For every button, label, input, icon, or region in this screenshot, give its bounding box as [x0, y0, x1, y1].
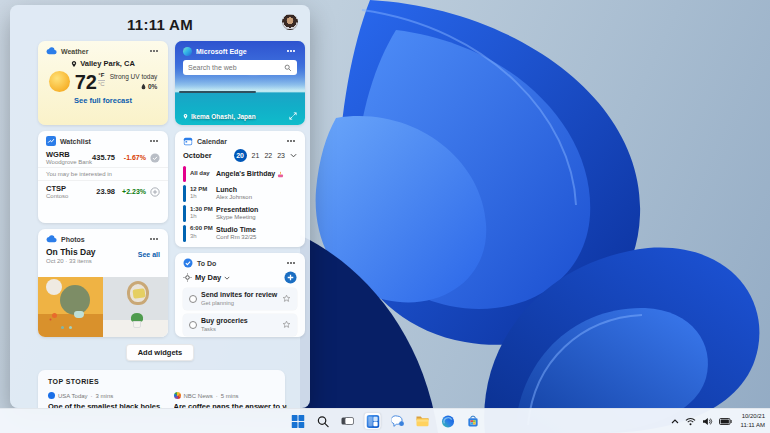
news-age: 3 mins [96, 393, 114, 399]
edge-title: Microsoft Edge [196, 48, 281, 55]
volume-icon[interactable] [702, 417, 713, 426]
event-duration: 1h [190, 193, 216, 201]
watchlist-more-options-icon[interactable] [148, 138, 160, 144]
calendar-event[interactable]: 6:00 PM3h Studio TimeConf Rm 32/25 [183, 225, 297, 242]
weather-more-options-icon[interactable] [148, 48, 160, 54]
edge-widget[interactable]: Microsoft Edge Ikema Ohashi, Japan [175, 41, 305, 125]
added-indicator-icon[interactable] [150, 153, 160, 163]
edge-search-box[interactable] [183, 60, 297, 75]
task-view-button[interactable] [340, 413, 356, 429]
add-widgets-button[interactable]: Add widgets [126, 344, 195, 361]
start-button[interactable] [290, 413, 306, 429]
task-title: Buy groceries [201, 317, 278, 326]
calendar-widget[interactable]: Calendar October 20 21 22 23 [175, 131, 305, 247]
todo-title: To Do [197, 260, 281, 267]
edge-logo-icon [183, 47, 192, 56]
add-task-button[interactable] [284, 271, 297, 284]
expand-icon[interactable] [289, 112, 297, 120]
stock-symbol: CTSP [46, 184, 96, 193]
photos-more-options-icon[interactable] [148, 236, 160, 242]
news-item[interactable]: NBC News · 5 mins Are coffee naps the an… [174, 392, 288, 408]
droplet-icon [141, 83, 146, 90]
stock-row[interactable]: CTSP Contoso 23.98 +2.23% [38, 181, 168, 201]
photos-heading: On This Day [46, 247, 138, 257]
stock-price: 23.98 [96, 187, 115, 196]
todo-task[interactable]: Buy groceries Tasks [183, 314, 297, 336]
start-icon [291, 415, 304, 428]
widgets-button[interactable] [365, 413, 381, 429]
news-item[interactable]: USA Today · 3 mins One of the smallest b… [48, 392, 162, 408]
tray-chevron-up-icon[interactable] [671, 419, 679, 424]
todo-widget[interactable]: To Do My Day Send invites for review [175, 253, 305, 337]
see-all-link[interactable]: See all [138, 251, 160, 258]
wifi-icon[interactable] [685, 417, 696, 426]
photo-thumbnail[interactable] [103, 277, 168, 337]
todo-more-options-icon[interactable] [285, 260, 297, 266]
watchlist-title: Watchlist [60, 138, 144, 145]
file-explorer-icon [416, 415, 430, 427]
weather-title: Weather [61, 48, 144, 55]
battery-icon[interactable] [719, 418, 732, 425]
todo-check-icon [183, 258, 193, 268]
search-input[interactable] [188, 64, 284, 71]
microsoft-store-button[interactable] [465, 413, 481, 429]
see-full-forecast-link[interactable]: See full forecast [38, 96, 168, 105]
chevron-down-icon[interactable] [290, 153, 297, 158]
calendar-day[interactable]: 23 [277, 152, 285, 159]
event-subtitle: Alex Johnson [216, 194, 297, 202]
task-checkbox[interactable] [189, 295, 197, 303]
unit-celsius[interactable]: °C [98, 81, 105, 88]
file-explorer-button[interactable] [415, 413, 431, 429]
star-icon[interactable] [282, 320, 291, 329]
chevron-down-icon[interactable] [224, 276, 230, 280]
star-icon[interactable] [282, 294, 291, 303]
taskbar-clock[interactable]: 10/20/21 11:11 AM [738, 412, 765, 429]
event-title: Presentation [216, 205, 258, 214]
sunny-icon [49, 71, 70, 92]
event-subtitle: Skype Meeting [216, 214, 297, 222]
event-time: 12 PM [190, 186, 216, 194]
panel-header: 11:11 AM [10, 5, 310, 41]
calendar-more-options-icon[interactable] [285, 138, 297, 144]
calendar-event[interactable]: 12 PM1h LunchAlex Johnson [183, 185, 297, 202]
stock-row[interactable]: WGRB Woodgrove Bank 435.75 -1.67% [38, 147, 168, 167]
location-pin-icon [183, 113, 188, 120]
calendar-event[interactable]: 1:30 PM1h PresentationSkype Meeting [183, 205, 297, 222]
birthday-cake-icon [277, 171, 284, 178]
weather-widget[interactable]: Weather Valley Park, CA 72 °F ° [38, 41, 168, 125]
chat-button[interactable] [390, 413, 406, 429]
task-list-name: Get planning [201, 300, 278, 307]
location-pin-icon [71, 60, 77, 68]
taskbar-search-button[interactable] [315, 413, 331, 429]
watchlist-suggestion-label: You may be interested in [38, 167, 168, 181]
calendar-day-selected[interactable]: 20 [234, 149, 247, 162]
calendar-event[interactable]: All day Angela's Birthday [183, 166, 297, 182]
watchlist-widget[interactable]: Watchlist WGRB Woodgrove Bank 435.75 -1.… [38, 131, 168, 223]
panel-clock: 11:11 AM [10, 5, 310, 33]
tray-time: 11:11 AM [741, 421, 765, 430]
usa-today-logo-icon [48, 392, 55, 399]
photo-thumbnail[interactable] [38, 277, 103, 337]
edge-more-options-icon[interactable] [285, 48, 297, 54]
photos-widget[interactable]: Photos On This Day Oct 20 · 33 items See… [38, 229, 168, 337]
edge-button[interactable] [440, 413, 456, 429]
photos-subheading: Oct 20 · 33 items [46, 258, 138, 264]
todo-list-label[interactable]: My Day [195, 273, 221, 282]
task-list-name: Tasks [201, 326, 278, 333]
task-view-icon [341, 414, 355, 428]
widgets-panel: 11:11 AM Weather Valley Park, CA [10, 5, 310, 408]
todo-task[interactable]: Send invites for review Get planning [183, 288, 297, 310]
stock-company: Contoso [46, 193, 96, 199]
unit-fahrenheit[interactable]: °F [98, 72, 105, 81]
add-to-watchlist-icon[interactable] [150, 187, 160, 197]
stock-change: +2.23% [120, 188, 146, 195]
event-time: All day [190, 170, 216, 178]
calendar-day[interactable]: 21 [252, 152, 260, 159]
stock-symbol: WGRB [46, 150, 92, 159]
tray-date: 10/20/21 [741, 412, 765, 421]
news-feed-card: TOP STORIES USA Today · 3 mins One of th… [38, 370, 285, 408]
user-avatar[interactable] [282, 14, 298, 30]
task-checkbox[interactable] [189, 321, 197, 329]
calendar-day[interactable]: 22 [264, 152, 272, 159]
news-source: NBC News [184, 393, 213, 399]
